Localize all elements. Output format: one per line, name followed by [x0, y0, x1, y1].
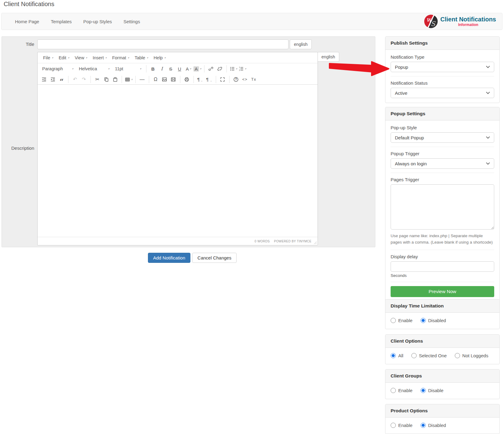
copy-icon[interactable]	[102, 75, 111, 84]
publish-settings-panel: Publish Settings Notification Type Popup…	[385, 36, 500, 103]
radio-selected-one[interactable]	[411, 353, 417, 358]
word-count[interactable]: 0 WORDS	[255, 240, 270, 243]
resize-grip-icon[interactable]	[314, 241, 317, 245]
radio-option-enable[interactable]: Enable	[391, 388, 413, 393]
caret-down-icon: ▾	[52, 56, 53, 59]
link-icon[interactable]	[207, 64, 215, 73]
rtl-icon[interactable]: ¶→	[205, 75, 214, 84]
description-label: Description	[2, 145, 34, 151]
numbered-list-icon[interactable]: 12▾	[238, 64, 247, 73]
outdent-icon[interactable]	[39, 75, 48, 84]
special-character-icon[interactable]: Ω	[151, 75, 160, 84]
fullscreen-icon[interactable]	[218, 75, 227, 84]
title-language-badge[interactable]: english	[290, 39, 312, 49]
paragraph-format-dropdown[interactable]: Paragraph▾	[39, 64, 76, 73]
bold-icon[interactable]: B	[149, 64, 157, 73]
menu-view[interactable]: View▾	[72, 53, 90, 62]
editor-toolbar-row2: “ ↶ ↷ ✂ ▾ — Ω ¶← ¶→ ? <> Tx	[38, 74, 318, 85]
print-icon[interactable]	[182, 75, 191, 84]
radio-disabled[interactable]	[421, 318, 426, 323]
radio-all[interactable]	[391, 353, 396, 358]
media-icon[interactable]	[169, 75, 178, 84]
toolbar-divider	[180, 76, 180, 83]
radio-option-selected-one[interactable]: Selected One	[411, 353, 447, 358]
font-family-dropdown[interactable]: Helvetica▾	[76, 64, 112, 73]
radio-enable[interactable]	[391, 318, 396, 323]
nav-templates[interactable]: Templates	[51, 19, 72, 24]
pages-trigger-textarea[interactable]	[391, 184, 494, 230]
add-notification-button[interactable]: Add Notification	[148, 253, 190, 263]
strikethrough-icon[interactable]: S	[166, 64, 175, 73]
svg-text:1: 1	[239, 66, 240, 68]
bullet-list-icon[interactable]: ▾	[229, 64, 238, 73]
panel-title: Popup Settings	[385, 107, 499, 120]
editor-language-badge[interactable]: english	[317, 52, 339, 62]
divider	[391, 173, 494, 173]
toolbar-divider	[216, 76, 216, 83]
menu-table[interactable]: Table▾	[132, 53, 151, 62]
radio-disable[interactable]	[421, 388, 426, 393]
paste-icon[interactable]	[111, 75, 120, 84]
radio-option-all[interactable]: All	[391, 353, 403, 358]
radio-option-enable[interactable]: Enable	[391, 318, 413, 323]
toolbar-divider	[229, 76, 230, 83]
svg-text:?: ?	[235, 78, 237, 81]
menu-file[interactable]: File▾	[40, 53, 56, 62]
divider	[391, 282, 494, 282]
radio-option-enable[interactable]: Enable	[391, 423, 413, 428]
cancel-changes-button[interactable]: Cancel Changes	[192, 253, 237, 263]
display-delay-label: Display delay	[391, 254, 494, 259]
radio-option-disabled[interactable]: Disabled	[421, 423, 446, 428]
nav-links: Home Page Templates Pop-up Styles Settin…	[15, 19, 140, 24]
menu-edit[interactable]: Edit▾	[56, 53, 72, 62]
italic-icon[interactable]: I	[157, 64, 166, 73]
popup-trigger-label: Popup Trigger	[391, 151, 494, 156]
product-options-panel: Product Options Enable Disabled	[385, 404, 500, 434]
text-color-icon[interactable]: A▾	[184, 64, 193, 73]
display-delay-input[interactable]	[391, 261, 494, 272]
radio-option-not-loggeds[interactable]: Not Loggeds	[455, 353, 488, 358]
chevron-down-icon	[486, 66, 490, 68]
caret-down-icon: ▾	[200, 67, 201, 70]
nav-home-page[interactable]: Home Page	[15, 19, 39, 24]
radio-option-disabled[interactable]: Disabled	[421, 318, 446, 323]
title-input[interactable]	[37, 39, 289, 49]
underline-icon[interactable]: U	[175, 64, 184, 73]
cut-icon[interactable]: ✂	[93, 75, 102, 84]
tinymce-branding[interactable]: POWERED BY TINYMCE	[274, 240, 311, 243]
popup-style-select[interactable]: Default Popup	[391, 132, 494, 143]
table-icon[interactable]: ▾	[124, 75, 133, 84]
blockquote-icon[interactable]: “	[57, 75, 66, 84]
popup-trigger-select[interactable]: Always on login	[391, 158, 494, 169]
indent-icon[interactable]	[48, 75, 57, 84]
help-icon[interactable]: ?	[232, 75, 241, 84]
menu-format[interactable]: Format▾	[109, 53, 132, 62]
source-code-icon[interactable]: <>	[241, 75, 249, 84]
divider	[391, 76, 494, 76]
nav-popup-styles[interactable]: Pop-up Styles	[83, 19, 112, 24]
editor-content-area[interactable]	[38, 85, 318, 237]
unlink-icon[interactable]	[215, 64, 224, 73]
radio-enable[interactable]	[391, 423, 396, 428]
redo-icon[interactable]: ↷	[79, 75, 88, 84]
menu-help[interactable]: Help▾	[151, 53, 168, 62]
image-icon[interactable]	[160, 75, 169, 84]
notification-status-select[interactable]: Active	[391, 88, 494, 98]
horizontal-rule-icon[interactable]: —	[138, 75, 147, 84]
caret-down-icon: ▾	[147, 56, 148, 59]
radio-enable[interactable]	[391, 388, 396, 393]
radio-option-disable[interactable]: Disable	[421, 388, 443, 393]
font-size-dropdown[interactable]: 11pt▾	[112, 64, 144, 73]
client-options-panel: Client Options All Selected One Not Logg…	[385, 334, 500, 364]
radio-not-loggeds[interactable]	[455, 353, 460, 358]
nav-settings[interactable]: Settings	[123, 19, 140, 24]
notification-type-select[interactable]: Popup	[391, 62, 494, 72]
caret-down-icon: ▾	[86, 56, 87, 59]
ltr-icon[interactable]: ¶←	[196, 75, 205, 84]
preview-now-button[interactable]: Preview Now	[391, 286, 494, 297]
menu-insert[interactable]: Insert▾	[90, 53, 109, 62]
undo-icon[interactable]: ↶	[71, 75, 79, 84]
background-color-icon[interactable]: A▾	[193, 64, 202, 73]
radio-disabled[interactable]	[421, 423, 426, 428]
clear-formatting-icon[interactable]: Tx	[249, 75, 258, 84]
